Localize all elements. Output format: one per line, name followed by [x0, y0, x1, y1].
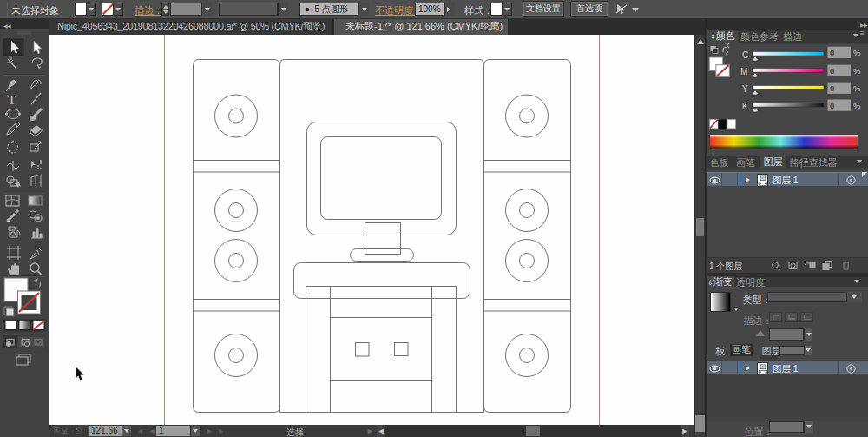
svg-text:0: 0	[830, 101, 834, 110]
svg-text:Y: Y	[742, 84, 748, 94]
svg-text:%: %	[853, 48, 861, 57]
svg-text:%: %	[853, 83, 861, 93]
svg-text:C: C	[742, 50, 748, 60]
svg-text:%: %	[853, 101, 861, 110]
svg-text:K: K	[742, 102, 748, 111]
svg-text:T: T	[8, 93, 16, 107]
svg-text:0: 0	[830, 83, 834, 93]
svg-text:M: M	[740, 67, 747, 76]
svg-text:0: 0	[830, 66, 834, 76]
svg-text:0: 0	[830, 48, 834, 57]
svg-text:%: %	[853, 66, 861, 76]
